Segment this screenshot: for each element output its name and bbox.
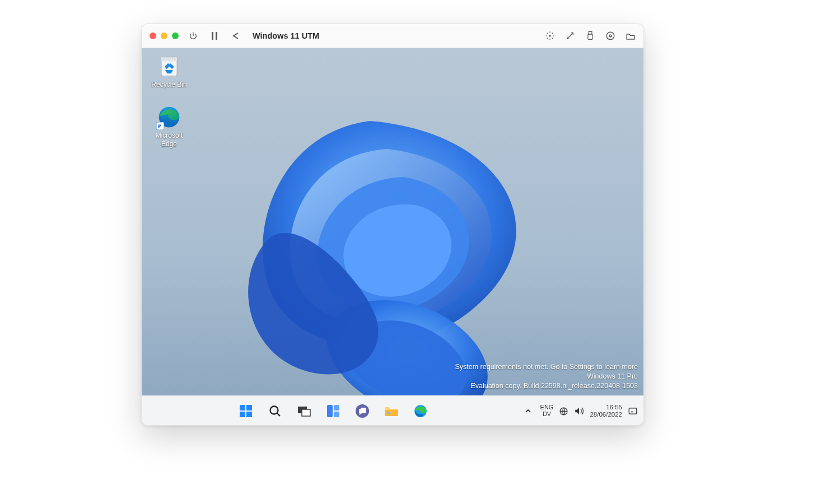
edge-icon: [157, 105, 181, 129]
network-icon[interactable]: [559, 407, 568, 416]
svg-rect-17: [302, 409, 310, 416]
traffic-light-minimize-icon[interactable]: [161, 32, 167, 39]
notifications-button[interactable]: [628, 406, 638, 416]
svg-rect-23: [385, 410, 398, 416]
svg-point-15: [270, 407, 278, 414]
start-button[interactable]: [236, 402, 255, 421]
desktop-icon-edge[interactable]: Microsoft Edge: [147, 105, 191, 148]
watermark-line: Windows 11 Pro: [455, 372, 638, 381]
svg-rect-20: [334, 412, 339, 417]
language-line: DV: [540, 411, 554, 418]
guest-desktop[interactable]: Recycle Bin: [142, 48, 643, 395]
activation-watermark: System requirements not met. Go to Setti…: [455, 362, 638, 391]
desktop-icon-label: Recycle Bin: [151, 81, 186, 89]
volume-icon[interactable]: [574, 407, 584, 416]
desktop-icon-recycle-bin[interactable]: Recycle Bin: [147, 54, 191, 89]
svg-rect-14: [246, 412, 252, 417]
host-titlebar: Windows 11 UTM: [142, 24, 643, 48]
traffic-light-close-icon[interactable]: [150, 32, 156, 39]
svg-rect-0: [212, 32, 213, 40]
search-button[interactable]: [265, 402, 284, 421]
svg-point-5: [606, 32, 614, 40]
chat-button[interactable]: [353, 402, 372, 421]
clock-date: 28/06/2022: [590, 411, 622, 418]
vm-power-button[interactable]: [186, 31, 200, 40]
host-window-title: Windows 11 UTM: [253, 31, 319, 40]
capture-cursor-icon[interactable]: [545, 31, 555, 41]
wallpaper-bloom-icon: [213, 71, 572, 395]
widgets-button[interactable]: [324, 402, 343, 421]
file-explorer-button[interactable]: [382, 402, 401, 421]
vm-restart-button[interactable]: [229, 32, 242, 40]
language-indicator[interactable]: ENG DV: [540, 404, 554, 417]
clock-time: 16:55: [590, 404, 622, 411]
svg-rect-27: [629, 408, 637, 414]
svg-rect-4: [588, 34, 592, 39]
clock-button[interactable]: 16:55 28/06/2022: [590, 404, 622, 418]
svg-rect-19: [334, 405, 339, 410]
vm-pause-button[interactable]: [208, 32, 221, 40]
traffic-light-zoom-icon[interactable]: [172, 32, 179, 39]
desktop-icon-label: Microsoft Edge: [156, 132, 183, 148]
resize-display-icon[interactable]: [565, 31, 575, 41]
drive-image-icon[interactable]: [605, 31, 615, 41]
task-view-button[interactable]: [295, 402, 314, 421]
usb-devices-icon[interactable]: [585, 31, 595, 41]
svg-rect-13: [240, 412, 245, 417]
guest-taskbar: ENG DV 16:55 28/06/2022: [142, 395, 643, 426]
watermark-line: Evaluation copy. Build 22598.ni_release.…: [455, 381, 638, 391]
svg-rect-18: [327, 405, 333, 417]
svg-point-6: [609, 35, 612, 37]
svg-rect-22: [361, 408, 366, 410]
svg-rect-24: [387, 412, 390, 414]
utm-vm-window: Windows 11 UTM: [141, 24, 644, 426]
svg-rect-1: [216, 32, 217, 40]
svg-rect-3: [589, 31, 592, 34]
watermark-line: System requirements not met. Go to Setti…: [455, 362, 638, 372]
tray-overflow-button[interactable]: [525, 408, 535, 414]
recycle-bin-icon: [157, 54, 181, 78]
svg-rect-12: [246, 405, 252, 410]
shared-folder-icon[interactable]: [626, 31, 636, 41]
taskbar-edge-button[interactable]: [411, 402, 430, 421]
svg-rect-11: [240, 405, 245, 410]
svg-rect-8: [161, 57, 177, 61]
svg-point-2: [549, 35, 550, 36]
